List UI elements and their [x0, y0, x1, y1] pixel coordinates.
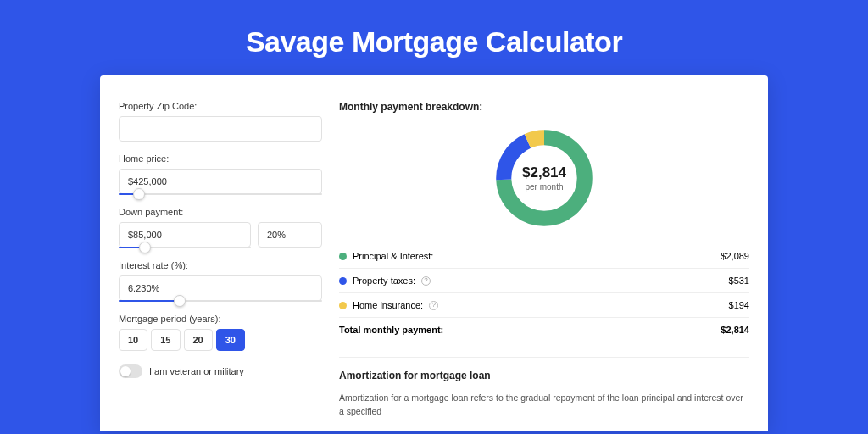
page-title: Savage Mortgage Calculator: [0, 0, 868, 75]
period-button-10[interactable]: 10: [119, 329, 147, 351]
amortization-text: Amortization for a mortgage loan refers …: [339, 392, 749, 419]
donut-center-sub: per month: [525, 182, 563, 192]
donut-chart: $2,814 per month: [491, 125, 598, 231]
legend-bullet: [339, 302, 347, 309]
info-icon[interactable]: ?: [429, 301, 438, 310]
zip-label: Property Zip Code:: [119, 101, 322, 111]
donut-chart-wrap: $2,814 per month: [339, 123, 749, 243]
legend-left: Home insurance:?: [339, 300, 438, 310]
zip-field: Property Zip Code:: [119, 101, 322, 142]
legend-left: Principal & Interest:: [339, 251, 433, 261]
legend-label: Principal & Interest:: [353, 251, 433, 261]
interest-slider-thumb[interactable]: [174, 295, 186, 307]
legend-bullet: [339, 253, 347, 260]
down-payment-slider-thumb[interactable]: [139, 242, 151, 253]
legend-value: $2,089: [721, 251, 749, 261]
period-label: Mortgage period (years):: [119, 314, 322, 324]
legend-total-value: $2,814: [721, 325, 749, 335]
legend-bullet: [339, 277, 347, 285]
interest-input[interactable]: [119, 275, 322, 301]
donut-center-value: $2,814: [522, 164, 566, 181]
down-payment-slider[interactable]: [119, 247, 251, 248]
veteran-label: I am veteran or military: [149, 366, 244, 376]
down-payment-field: Down payment:: [119, 207, 322, 248]
legend-left: Property taxes:?: [339, 275, 431, 286]
period-button-group: 10152030: [119, 329, 322, 351]
zip-input[interactable]: [119, 116, 322, 142]
interest-slider[interactable]: [119, 300, 322, 302]
home-price-input[interactable]: [119, 169, 322, 194]
legend-row: Principal & Interest:$2,089: [339, 244, 749, 269]
legend: Principal & Interest:$2,089Property taxe…: [339, 243, 749, 342]
home-price-slider[interactable]: [119, 193, 322, 195]
down-payment-input[interactable]: [119, 222, 251, 248]
period-field: Mortgage period (years): 10152030: [119, 314, 322, 351]
interest-field: Interest rate (%):: [119, 260, 322, 302]
interest-slider-fill: [119, 300, 180, 302]
legend-row: Property taxes:?$531: [339, 269, 749, 293]
breakdown-title: Monthly payment breakdown:: [339, 101, 749, 113]
period-button-20[interactable]: 20: [184, 329, 213, 351]
home-price-slider-thumb[interactable]: [133, 188, 145, 200]
info-icon[interactable]: ?: [421, 276, 431, 286]
form-panel: Property Zip Code: Home price: Down paym…: [119, 101, 322, 431]
legend-total-row: Total monthly payment:$2,814: [339, 318, 749, 342]
legend-label: Property taxes:: [353, 275, 415, 286]
legend-total-label: Total monthly payment:: [339, 325, 443, 335]
period-button-30[interactable]: 30: [216, 329, 245, 351]
amortization-section: Amortization for mortgage loan Amortizat…: [339, 357, 749, 419]
interest-label: Interest rate (%):: [119, 260, 322, 270]
down-payment-pct-input[interactable]: [258, 222, 322, 248]
legend-label: Home insurance:: [353, 300, 423, 310]
calculator-card: Property Zip Code: Home price: Down paym…: [100, 75, 768, 431]
veteran-toggle-knob: [120, 366, 131, 376]
down-payment-label: Down payment:: [119, 207, 322, 217]
veteran-row: I am veteran or military: [119, 364, 322, 378]
legend-value: $531: [729, 275, 749, 286]
legend-value: $194: [729, 300, 749, 310]
amortization-title: Amortization for mortgage loan: [339, 370, 749, 381]
period-button-15[interactable]: 15: [151, 329, 180, 351]
home-price-field: Home price:: [119, 153, 322, 195]
donut-center: $2,814 per month: [491, 125, 598, 231]
legend-row: Home insurance:?$194: [339, 293, 749, 318]
home-price-label: Home price:: [119, 153, 322, 164]
results-panel: Monthly payment breakdown: $2,814 per mo…: [339, 101, 749, 431]
veteran-toggle[interactable]: [119, 364, 142, 378]
